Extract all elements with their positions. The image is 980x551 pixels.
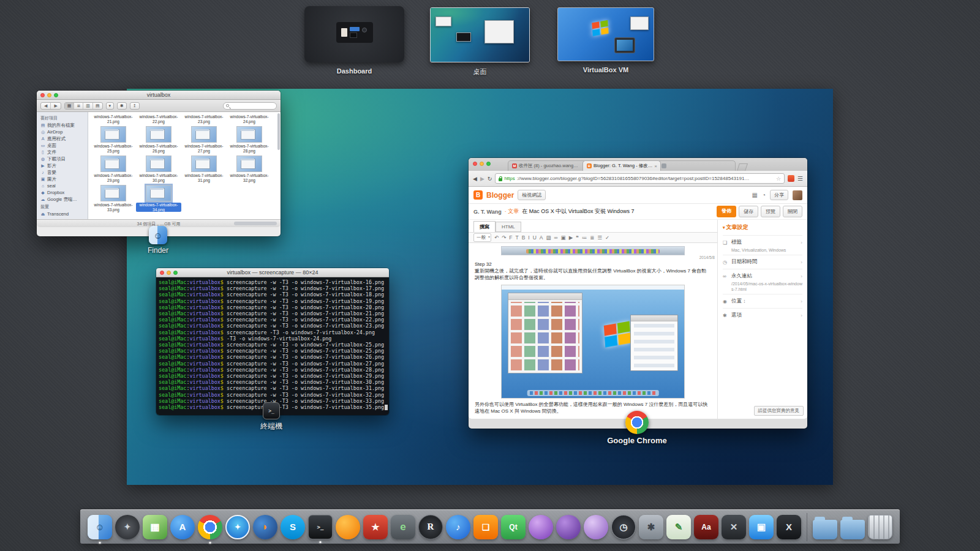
dock-item-app-purple-2[interactable] [556, 515, 581, 539]
dock-item-safari[interactable]: ✦ [225, 515, 250, 539]
finder-sidebar-item[interactable]: ◆Dropbox [40, 189, 88, 196]
undo-icon[interactable]: ↶ [494, 234, 499, 241]
share-icon[interactable]: ↥ [130, 103, 139, 109]
dock-item-app-dark-2[interactable]: X [777, 515, 801, 539]
dock-item-qt-creator[interactable]: Qt [501, 515, 526, 539]
publish-button[interactable]: 發佈 [717, 206, 736, 217]
finder-sidebar-item[interactable]: ▤我的所有檔案 [40, 122, 88, 129]
finder-sidebar-item[interactable]: ▭桌面 [40, 142, 88, 149]
list-ul-icon[interactable]: ≣ [590, 234, 594, 241]
space-thumbnail-virtualbox[interactable] [557, 7, 654, 61]
coverflow-view-icon[interactable]: ▤ [92, 103, 102, 109]
bold-icon[interactable]: B [522, 234, 526, 241]
file-item[interactable]: windows-7-virtualbox-28.png [227, 125, 272, 154]
dock-item-evernote[interactable]: e [391, 515, 415, 539]
heading-icon[interactable]: T [515, 234, 518, 241]
dock-item-trash[interactable] [868, 515, 892, 539]
chrome-expose-tag[interactable]: Google Chrome [597, 411, 677, 445]
column-view-icon[interactable]: ▥ [83, 103, 92, 109]
reload-icon[interactable]: ↻ [488, 176, 492, 182]
tab-compose[interactable]: 撰寫 [473, 221, 496, 233]
tab-close-icon[interactable]: × [654, 163, 657, 169]
dock-item-terminal[interactable]: >_ [308, 515, 333, 539]
finder-horizontal-scrollbar[interactable] [234, 222, 277, 225]
highlight-icon[interactable]: ▨ [546, 234, 551, 241]
icon-view-icon[interactable]: ▦ [65, 103, 74, 109]
browser-tab[interactable]: M收件匣 (8) - guozhao.wang… [508, 160, 586, 171]
close-post-button[interactable]: 關閉 [783, 206, 802, 217]
feedback-button[interactable]: 請提供您寶貴的意見 [754, 406, 804, 416]
chrome-menu-icon[interactable]: ☰ [797, 175, 803, 182]
arrange-icon[interactable]: ▾ [107, 103, 114, 109]
finder-sidebar-item[interactable]: ▶影片 [40, 162, 88, 169]
finder-sidebar-item[interactable]: ⌂seal [40, 182, 88, 189]
dock-item-app-editor-green[interactable]: ✎ [666, 515, 691, 539]
terminal-titlebar[interactable]: virtualbox — screencapture — 80×24 [156, 268, 389, 277]
dock-item-launchpad[interactable]: ✦ [115, 515, 140, 539]
paragraph-style-dropdown[interactable]: 一般 [473, 233, 491, 242]
text-color-icon[interactable]: A [540, 234, 543, 241]
arrange-menu[interactable]: ▾ [106, 102, 115, 110]
notifications-bell-icon[interactable]: ◔ [762, 192, 766, 198]
terminal-window[interactable]: virtualbox — screencapture — 80×24 seal@… [156, 268, 389, 415]
file-item[interactable]: windows-7-virtualbox-24.png [227, 113, 272, 125]
browser-tab[interactable]: BBlogger: G. T. Wang - 修改…× [582, 160, 661, 171]
dock-item-ibooks[interactable]: ❏ [473, 515, 498, 539]
quote-icon[interactable]: ❝ [576, 234, 579, 241]
file-item[interactable]: windows-7-virtualbox-31.png [181, 154, 227, 184]
new-tab-button[interactable] [737, 163, 748, 171]
dock-item-chrome[interactable] [198, 515, 222, 539]
address-bar[interactable]: https ://www.blogger.com/blogger.g?blogI… [495, 173, 785, 184]
file-item[interactable]: windows-7-virtualbox-30.png [136, 154, 181, 184]
finder-sidebar-item[interactable]: A應用程式 [40, 135, 88, 142]
dock-item-app-purple-3[interactable] [584, 515, 608, 539]
finder-sidebar-item[interactable]: ⏏Transcend [40, 211, 88, 217]
save-button[interactable]: 儲存 [739, 206, 758, 217]
finder-sidebar-item[interactable]: ▯文件 [40, 149, 88, 156]
post-editor[interactable]: 2014/5/8 Step 32 重新開機之後，就完成了，這時候你就可以直接用滑… [469, 243, 717, 419]
extension-icon[interactable] [788, 175, 794, 182]
dock-item-folder-1[interactable] [813, 520, 837, 539]
finder-expose-tag[interactable]: ☺ Finder [121, 226, 195, 255]
image-icon[interactable]: ▣ [561, 234, 566, 241]
finder-app-icon[interactable]: ☺ [149, 226, 167, 244]
terminal-expose-tag[interactable]: >_ 終端機 [235, 402, 308, 432]
dock-item-skype[interactable]: S [281, 515, 305, 539]
dock-item-app-blue-display[interactable]: ▣ [749, 515, 774, 539]
avatar[interactable] [793, 190, 802, 200]
back-icon[interactable]: ◀ [473, 176, 477, 182]
finder-sidebar-item[interactable]: ♪音樂 [40, 169, 88, 176]
finder-sidebar-item[interactable]: ▣圖片 [40, 176, 88, 182]
browser-tab[interactable] [657, 160, 736, 171]
list-view-icon[interactable]: ≣ [74, 103, 83, 109]
finder-sidebar-item[interactable]: ☁Google 雲端… [40, 196, 88, 203]
file-item[interactable]: windows-7-virtualbox-33.png [91, 184, 136, 213]
chrome-app-icon[interactable] [625, 411, 649, 434]
file-item[interactable]: windows-7-virtualbox-27.png [181, 125, 227, 154]
finder-search-input[interactable] [223, 102, 277, 110]
finder-sidebar-item[interactable]: ◎AirDrop [40, 129, 88, 135]
blog-author[interactable]: G. T. Wang [473, 209, 502, 215]
settings-item[interactable]: ◉位置：› [723, 294, 802, 308]
space-thumbnail-desktop[interactable] [430, 7, 530, 62]
forward-icon[interactable]: ▶ [50, 103, 60, 109]
view-switcher[interactable]: ▦≣▥▤ [64, 102, 103, 110]
dock-item-dictionary[interactable]: Aa [694, 515, 718, 539]
list-ol-icon[interactable]: ≔ [582, 234, 587, 241]
apps-grid-icon[interactable]: ▦ [752, 192, 758, 198]
view-blog-button[interactable]: 檢視網誌 [518, 190, 546, 200]
finder-vertical-scrollbar[interactable] [277, 113, 280, 150]
post-settings-title[interactable]: 文章設定 [723, 223, 802, 231]
settings-item[interactable]: ◷日期和時間› [723, 255, 802, 269]
share-button[interactable]: 分享 [770, 190, 788, 200]
dock-item-finder[interactable]: ☺ [88, 515, 112, 539]
minimize-button[interactable] [480, 162, 484, 166]
italic-icon[interactable]: I [528, 234, 529, 241]
preview-button[interactable]: 預覽 [761, 206, 780, 217]
space-desktop[interactable]: 桌面 [430, 7, 530, 77]
check-icon[interactable]: ✓ [605, 234, 609, 241]
settings-item[interactable]: ✱選項› [723, 308, 802, 322]
space-dashboard[interactable]: Dashboard [304, 6, 404, 75]
space-thumbnail-dashboard[interactable] [304, 6, 404, 62]
tab-html[interactable]: HTML [496, 222, 521, 232]
